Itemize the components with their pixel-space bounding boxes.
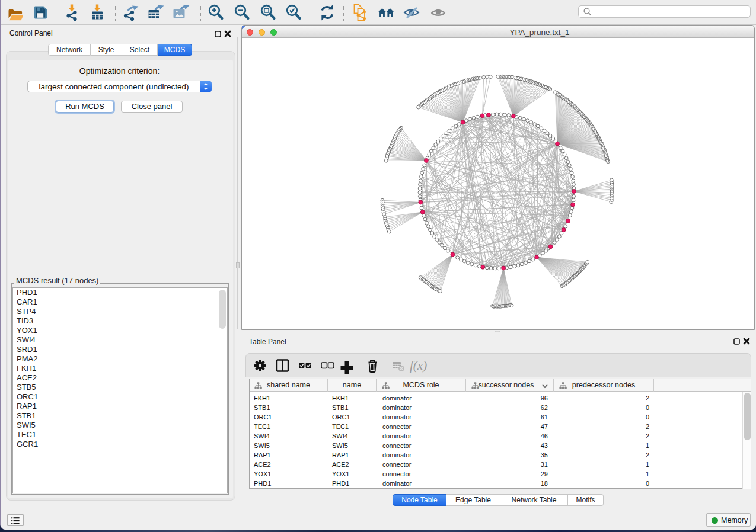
svg-text:f(x): f(x): [410, 358, 427, 373]
